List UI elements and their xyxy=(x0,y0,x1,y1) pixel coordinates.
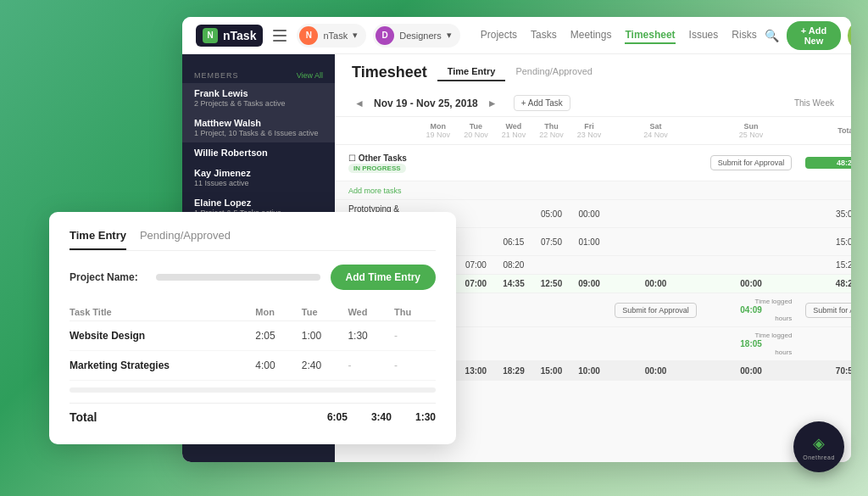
col-mon: Mon19 Nov xyxy=(420,117,458,145)
total-mon: 6:05 xyxy=(327,411,348,423)
member-info: 11 Issues active xyxy=(194,179,323,187)
col-task xyxy=(335,117,420,145)
hamburger-line xyxy=(273,35,287,36)
user-avatar[interactable]: U xyxy=(848,24,851,47)
view-all-link[interactable]: View All xyxy=(297,71,323,80)
section-name-other-tasks: ☐ Other Tasks IN PROGRESS xyxy=(335,145,420,181)
col-task-title: Task Title xyxy=(70,304,255,321)
project-name-input[interactable] xyxy=(156,274,320,281)
add-more-tasks-row: Add more tasks xyxy=(335,181,851,200)
date-range: Nov 19 - Nov 25, 2018 xyxy=(374,98,478,109)
card-total-row: Total 6:05 3:40 1:30 xyxy=(70,403,436,424)
task-thu-marketing: - xyxy=(394,351,436,381)
time-logged-label-1: Time logged xyxy=(805,149,851,157)
section-grand-total: 48:25 xyxy=(798,275,851,293)
nav-timesheet[interactable]: Timesheet xyxy=(625,27,675,44)
next-week-button[interactable]: ► xyxy=(485,96,500,111)
sidebar-member-matthew[interactable]: Matthew Walsh 1 Project, 10 Tasks & 6 Is… xyxy=(182,113,335,142)
add-time-entry-button[interactable]: Add Time Entry xyxy=(331,265,436,290)
time-logged-value-1: 48:25 xyxy=(805,157,851,169)
task-tue-marketing: 2:40 xyxy=(302,351,348,381)
col-sun: Sun25 Nov xyxy=(704,117,799,145)
col-fri: Fri23 Nov xyxy=(570,117,609,145)
submit-approval-button-2[interactable]: Submit for Approval xyxy=(615,303,697,318)
section-row-other-tasks: ☐ Other Tasks IN PROGRESS Submit for App… xyxy=(335,145,851,181)
workspace-avatar: D xyxy=(376,26,394,45)
member-name: Frank Lewis xyxy=(194,88,323,98)
nav-tasks[interactable]: Tasks xyxy=(531,27,557,44)
time-logged-value-3: 18:05 xyxy=(710,339,793,348)
col-tue: Tue xyxy=(302,304,348,321)
grid-header-row: Mon19 Nov Tue20 Nov Wed21 Nov Thu22 Nov … xyxy=(335,117,851,145)
time-logged-label-2: Time logged xyxy=(710,298,793,305)
onethread-badge[interactable]: ◈ Onethread xyxy=(793,421,844,472)
nav-issues[interactable]: Issues xyxy=(689,27,719,44)
task-wed-website: 1:30 xyxy=(348,321,394,351)
card-tab-time-entry[interactable]: Time Entry xyxy=(70,229,126,250)
add-new-button[interactable]: + Add New xyxy=(787,21,840,50)
hamburger-line xyxy=(273,40,287,42)
hamburger-button[interactable] xyxy=(270,24,290,47)
in-progress-badge: IN PROGRESS xyxy=(348,164,406,173)
workspace-name: Designers xyxy=(399,31,442,41)
logo-icon: N xyxy=(203,28,218,43)
col-wed: Wed21 Nov xyxy=(495,117,533,145)
add-more-tasks-link[interactable]: Add more tasks xyxy=(348,187,402,195)
grand-total-value: 70:59 xyxy=(798,361,851,381)
card-divider xyxy=(70,387,436,393)
nav-links: Projects Tasks Meetings Timesheet Issues… xyxy=(467,27,757,44)
task-mon-website: 2:05 xyxy=(255,321,302,351)
submit-approval-button-3[interactable]: Submit for Approval xyxy=(805,303,851,318)
sidebar-member-kay[interactable]: Kay Jimenez 11 Issues active xyxy=(182,163,335,192)
workspace-badge[interactable]: D Designers ▾ xyxy=(373,24,460,47)
card-tab-pending[interactable]: Pending/Approved xyxy=(140,229,231,250)
total-wed: 1:30 xyxy=(415,411,436,423)
task-mon-marketing: 4:00 xyxy=(255,351,302,381)
member-info: 1 Project, 10 Tasks & 6 Issues active xyxy=(194,129,323,137)
col-thu: Thu22 Nov xyxy=(532,117,570,145)
prev-week-button[interactable]: ◄ xyxy=(352,96,367,111)
sidebar-member-willie[interactable]: Willie Robertson xyxy=(182,142,335,163)
card-form-row: Project Name: Add Time Entry xyxy=(70,265,436,290)
col-mon: Mon xyxy=(255,304,302,321)
timesheet-title-row: Timesheet Time Entry Pending/Approved xyxy=(352,63,834,81)
card-row-website-design: Website Design 2:05 1:00 1:30 - xyxy=(70,321,436,351)
nav-projects[interactable]: Projects xyxy=(481,27,517,44)
total-tue: 3:40 xyxy=(371,411,392,423)
nav-meetings[interactable]: Meetings xyxy=(570,27,612,44)
submit-approval-button-1[interactable]: Submit for Approval xyxy=(710,155,793,170)
member-name: Willie Robertson xyxy=(194,148,323,158)
header-actions: 🔍 + Add New U ⚙ xyxy=(764,21,851,50)
member-name: Kay Jimenez xyxy=(194,168,323,178)
total-values: 6:05 3:40 1:30 xyxy=(327,411,436,423)
team-label: nTask xyxy=(323,31,348,41)
col-total: Total xyxy=(798,117,851,145)
tab-pending-approved[interactable]: Pending/Approved xyxy=(505,63,603,81)
sidebar-member-frank[interactable]: Frank Lewis 2 Projects & 6 Tasks active xyxy=(182,83,335,113)
timesheet-header: Timesheet Time Entry Pending/Approved ◄ … xyxy=(335,54,851,117)
search-icon[interactable]: 🔍 xyxy=(764,24,781,47)
project-name-label: Project Name: xyxy=(70,271,146,283)
task-thu-website: - xyxy=(394,321,436,351)
team-avatar: N xyxy=(299,26,318,45)
task-tue-website: 1:00 xyxy=(302,321,348,351)
app-title: nTask xyxy=(223,29,256,42)
tab-time-entry[interactable]: Time Entry xyxy=(437,63,506,81)
hamburger-line xyxy=(273,30,287,31)
workspace-dropdown-icon: ▾ xyxy=(447,30,452,41)
task-wed-marketing: - xyxy=(348,351,394,381)
task-name-marketing: Marketing Strategies xyxy=(70,351,255,381)
col-tue: Tue20 Nov xyxy=(457,117,495,145)
task-name-website: Website Design xyxy=(70,321,255,351)
timesheet-nav-row: ◄ Nov 19 - Nov 25, 2018 ► + Add Task Thi… xyxy=(352,88,834,116)
member-name: Elaine Lopez xyxy=(194,198,323,208)
card-table-header: Task Title Mon Tue Wed Thu xyxy=(70,304,436,321)
card-tabs: Time Entry Pending/Approved xyxy=(70,229,436,251)
timesheet-title: Timesheet xyxy=(352,64,427,81)
team-badge[interactable]: N nTask ▾ xyxy=(297,24,366,47)
time-logged-value-2: 04:09 xyxy=(710,305,793,315)
col-sat: Sat24 Nov xyxy=(608,117,704,145)
card-table: Task Title Mon Tue Wed Thu Website Desig… xyxy=(70,304,436,381)
add-task-button[interactable]: + Add Task xyxy=(514,95,570,111)
nav-risks[interactable]: Risks xyxy=(732,27,756,44)
